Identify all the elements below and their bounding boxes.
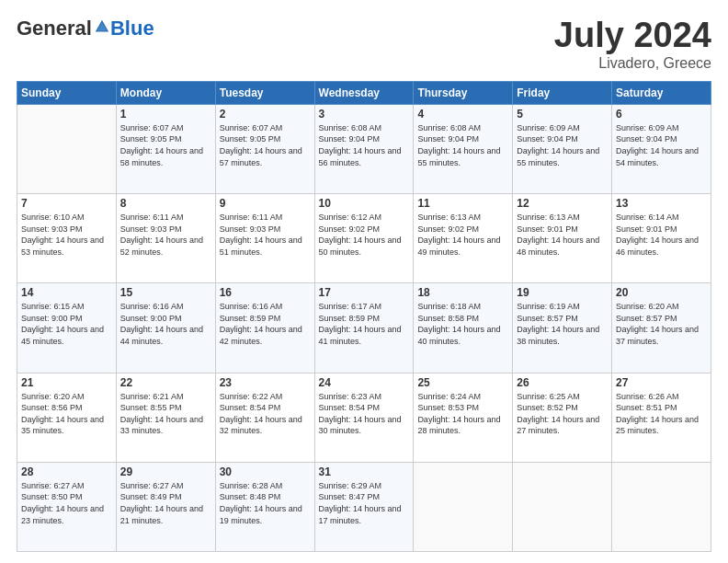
- table-row: 5Sunrise: 6:09 AMSunset: 9:04 PMDaylight…: [513, 104, 612, 193]
- day-number: 21: [21, 376, 112, 389]
- day-number: 16: [220, 286, 311, 299]
- day-info: Sunrise: 6:10 AMSunset: 9:03 PMDaylight:…: [21, 212, 112, 258]
- day-number: 30: [220, 465, 311, 478]
- day-info: Sunrise: 6:11 AMSunset: 9:03 PMDaylight:…: [120, 212, 211, 258]
- day-info: Sunrise: 6:27 AMSunset: 8:50 PMDaylight:…: [21, 480, 112, 526]
- col-saturday: Saturday: [612, 81, 711, 104]
- day-number: 14: [21, 286, 112, 299]
- day-number: 13: [616, 197, 707, 210]
- day-number: 9: [220, 197, 311, 210]
- day-info: Sunrise: 6:14 AMSunset: 9:01 PMDaylight:…: [616, 212, 707, 258]
- table-row: 3Sunrise: 6:08 AMSunset: 9:04 PMDaylight…: [314, 104, 414, 193]
- day-info: Sunrise: 6:26 AMSunset: 8:51 PMDaylight:…: [616, 391, 707, 437]
- day-number: 31: [319, 465, 410, 478]
- day-number: 4: [417, 108, 508, 121]
- day-number: 11: [417, 197, 508, 210]
- day-info: Sunrise: 6:08 AMSunset: 9:04 PMDaylight:…: [319, 122, 410, 168]
- day-info: Sunrise: 6:11 AMSunset: 9:03 PMDaylight:…: [220, 212, 311, 258]
- day-number: 7: [21, 197, 112, 210]
- day-info: Sunrise: 6:29 AMSunset: 8:47 PMDaylight:…: [319, 480, 410, 526]
- title-location: Livadero, Greece: [554, 55, 711, 72]
- day-number: 23: [220, 376, 311, 389]
- table-row: 29Sunrise: 6:27 AMSunset: 8:49 PMDayligh…: [116, 462, 215, 551]
- table-row: 17Sunrise: 6:17 AMSunset: 8:59 PMDayligh…: [314, 283, 414, 373]
- day-number: 2: [220, 108, 311, 121]
- col-tuesday: Tuesday: [215, 81, 314, 104]
- day-info: Sunrise: 6:15 AMSunset: 9:00 PMDaylight:…: [21, 301, 112, 347]
- day-number: 24: [319, 376, 410, 389]
- table-row: [612, 462, 711, 551]
- day-info: Sunrise: 6:09 AMSunset: 9:04 PMDaylight:…: [616, 122, 707, 168]
- day-info: Sunrise: 6:07 AMSunset: 9:05 PMDaylight:…: [220, 122, 311, 168]
- table-row: 28Sunrise: 6:27 AMSunset: 8:50 PMDayligh…: [17, 462, 117, 551]
- table-row: 31Sunrise: 6:29 AMSunset: 8:47 PMDayligh…: [314, 462, 414, 551]
- day-number: 12: [517, 197, 608, 210]
- day-info: Sunrise: 6:08 AMSunset: 9:04 PMDaylight:…: [417, 122, 508, 168]
- day-number: 5: [517, 108, 608, 121]
- day-number: 26: [517, 376, 608, 389]
- table-row: 14Sunrise: 6:15 AMSunset: 9:00 PMDayligh…: [17, 283, 117, 373]
- day-info: Sunrise: 6:27 AMSunset: 8:49 PMDaylight:…: [120, 480, 211, 526]
- col-wednesday: Wednesday: [314, 81, 414, 104]
- day-number: 27: [616, 376, 707, 389]
- col-thursday: Thursday: [414, 81, 513, 104]
- col-sunday: Sunday: [17, 81, 117, 104]
- logo-general-text: General: [17, 17, 92, 40]
- day-info: Sunrise: 6:17 AMSunset: 8:59 PMDaylight:…: [319, 301, 410, 347]
- table-row: 7Sunrise: 6:10 AMSunset: 9:03 PMDaylight…: [17, 194, 117, 283]
- table-row: 16Sunrise: 6:16 AMSunset: 8:59 PMDayligh…: [215, 283, 314, 373]
- day-number: 20: [616, 286, 707, 299]
- table-row: 12Sunrise: 6:13 AMSunset: 9:01 PMDayligh…: [513, 194, 612, 283]
- day-info: Sunrise: 6:13 AMSunset: 9:02 PMDaylight:…: [417, 212, 508, 258]
- table-row: [414, 462, 513, 551]
- day-number: 22: [120, 376, 211, 389]
- table-row: 8Sunrise: 6:11 AMSunset: 9:03 PMDaylight…: [116, 194, 215, 283]
- day-number: 17: [319, 286, 410, 299]
- day-number: 1: [120, 108, 211, 121]
- table-row: 18Sunrise: 6:18 AMSunset: 8:58 PMDayligh…: [414, 283, 513, 373]
- table-row: 20Sunrise: 6:20 AMSunset: 8:57 PMDayligh…: [612, 283, 711, 373]
- table-row: 23Sunrise: 6:22 AMSunset: 8:54 PMDayligh…: [215, 373, 314, 462]
- day-info: Sunrise: 6:25 AMSunset: 8:52 PMDaylight:…: [517, 391, 608, 437]
- day-info: Sunrise: 6:16 AMSunset: 8:59 PMDaylight:…: [220, 301, 311, 347]
- day-info: Sunrise: 6:24 AMSunset: 8:53 PMDaylight:…: [417, 391, 508, 437]
- table-row: [17, 104, 117, 193]
- table-row: 30Sunrise: 6:28 AMSunset: 8:48 PMDayligh…: [215, 462, 314, 551]
- day-info: Sunrise: 6:09 AMSunset: 9:04 PMDaylight:…: [517, 122, 608, 168]
- logo: General Blue: [17, 17, 154, 40]
- day-number: 28: [21, 465, 112, 478]
- header: General Blue July 2024 Livadero, Greece: [17, 17, 711, 72]
- calendar-week-row: 28Sunrise: 6:27 AMSunset: 8:50 PMDayligh…: [17, 462, 711, 551]
- day-info: Sunrise: 6:28 AMSunset: 8:48 PMDaylight:…: [220, 480, 311, 526]
- table-row: 11Sunrise: 6:13 AMSunset: 9:02 PMDayligh…: [414, 194, 513, 283]
- title-month: July 2024: [554, 17, 711, 55]
- calendar-week-row: 14Sunrise: 6:15 AMSunset: 9:00 PMDayligh…: [17, 283, 711, 373]
- day-info: Sunrise: 6:20 AMSunset: 8:57 PMDaylight:…: [616, 301, 707, 347]
- title-block: July 2024 Livadero, Greece: [554, 17, 711, 72]
- table-row: 25Sunrise: 6:24 AMSunset: 8:53 PMDayligh…: [414, 373, 513, 462]
- table-row: 26Sunrise: 6:25 AMSunset: 8:52 PMDayligh…: [513, 373, 612, 462]
- table-row: 27Sunrise: 6:26 AMSunset: 8:51 PMDayligh…: [612, 373, 711, 462]
- table-row: 24Sunrise: 6:23 AMSunset: 8:54 PMDayligh…: [314, 373, 414, 462]
- day-info: Sunrise: 6:22 AMSunset: 8:54 PMDaylight:…: [220, 391, 311, 437]
- calendar-header-row: Sunday Monday Tuesday Wednesday Thursday…: [17, 81, 711, 104]
- table-row: [513, 462, 612, 551]
- table-row: 19Sunrise: 6:19 AMSunset: 8:57 PMDayligh…: [513, 283, 612, 373]
- table-row: 10Sunrise: 6:12 AMSunset: 9:02 PMDayligh…: [314, 194, 414, 283]
- col-monday: Monday: [116, 81, 215, 104]
- day-number: 10: [319, 197, 410, 210]
- calendar-table: Sunday Monday Tuesday Wednesday Thursday…: [17, 81, 711, 552]
- logo-icon: [94, 18, 110, 35]
- day-number: 8: [120, 197, 211, 210]
- col-friday: Friday: [513, 81, 612, 104]
- day-info: Sunrise: 6:20 AMSunset: 8:56 PMDaylight:…: [21, 391, 112, 437]
- logo-blue-text: Blue: [110, 17, 154, 40]
- day-info: Sunrise: 6:13 AMSunset: 9:01 PMDaylight:…: [517, 212, 608, 258]
- day-info: Sunrise: 6:19 AMSunset: 8:57 PMDaylight:…: [517, 301, 608, 347]
- day-number: 29: [120, 465, 211, 478]
- page: General Blue July 2024 Livadero, Greece …: [0, 0, 728, 563]
- day-number: 19: [517, 286, 608, 299]
- table-row: 21Sunrise: 6:20 AMSunset: 8:56 PMDayligh…: [17, 373, 117, 462]
- table-row: 4Sunrise: 6:08 AMSunset: 9:04 PMDaylight…: [414, 104, 513, 193]
- day-number: 25: [417, 376, 508, 389]
